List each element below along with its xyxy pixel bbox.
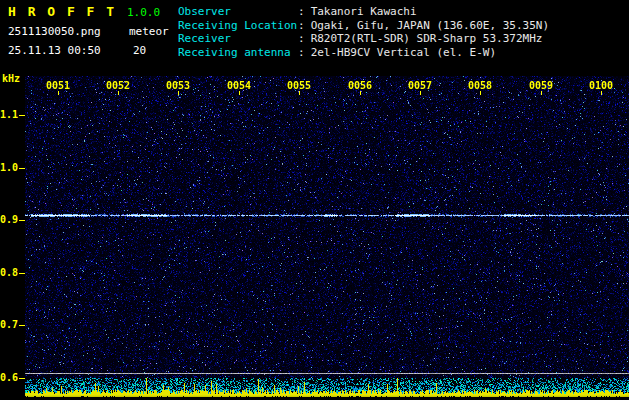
time-tick-mark — [480, 91, 481, 95]
info-label: Receiving antenna — [178, 46, 298, 60]
time-tick-label: 0054 — [225, 80, 253, 91]
info-label: Observer — [178, 5, 298, 19]
echo-count: 20 — [133, 44, 146, 57]
freq-tick-label: 0.6 — [0, 372, 18, 383]
time-tick-mark — [541, 91, 542, 95]
time-tick-label: 0058 — [466, 80, 494, 91]
freq-tick-mark — [19, 220, 25, 221]
info-separator: : — [298, 46, 305, 59]
app-version: 1.0.0 — [127, 6, 160, 19]
info-value: Takanori Kawachi — [311, 5, 417, 18]
freq-tick-label: 0.7 — [0, 319, 18, 330]
time-tick-label: 0100 — [587, 80, 615, 91]
time-tick-mark — [420, 91, 421, 95]
info-value: Ogaki, Gifu, JAPAN (136.60E, 35.35N) — [311, 19, 549, 32]
time-tick-mark — [360, 91, 361, 95]
time-tick-label: 0057 — [406, 80, 434, 91]
time-tick-label: 0056 — [346, 80, 374, 91]
y-axis-unit-label: kHz — [2, 73, 20, 84]
freq-tick-label: 0.8 — [0, 267, 18, 278]
freq-tick-label: 0.9 — [0, 214, 18, 225]
info-row-receiver: Receiver:R820T2(RTL-SDR) SDR-Sharp 53.37… — [178, 32, 549, 46]
time-tick-label: 0055 — [285, 80, 313, 91]
freq-tick-mark — [19, 168, 25, 169]
header-info: Observer:Takanori Kawachi Receiving Loca… — [178, 5, 549, 59]
time-tick-mark — [601, 91, 602, 95]
info-row-location: Receiving Location:Ogaki, Gifu, JAPAN (1… — [178, 19, 549, 33]
info-row-observer: Observer:Takanori Kawachi — [178, 5, 549, 19]
hrofft-screen: H R O F F T 1.0.0 2511130050.png meteor … — [0, 0, 629, 400]
freq-tick-mark — [19, 115, 25, 116]
time-tick-mark — [178, 91, 179, 95]
time-tick-mark — [118, 91, 119, 95]
info-value: R820T2(RTL-SDR) SDR-Sharp 53.372MHz — [311, 32, 543, 45]
freq-tick-label: 1.0 — [0, 162, 18, 173]
freq-tick-label: 1.1 — [0, 109, 18, 120]
info-separator: : — [298, 19, 305, 32]
spectrogram-canvas — [25, 76, 629, 397]
info-label: Receiver — [178, 32, 298, 46]
freq-tick-mark — [19, 378, 25, 379]
output-filename: 2511130050.png — [8, 25, 101, 38]
info-value: 2el-HB9CV Vertical (el. E-W) — [311, 46, 496, 59]
time-tick-mark — [239, 91, 240, 95]
datetime-label: 25.11.13 00:50 — [8, 44, 101, 57]
time-tick-mark — [58, 91, 59, 95]
info-separator: : — [298, 32, 305, 45]
time-tick-label: 0053 — [164, 80, 192, 91]
mode-label: meteor — [129, 25, 169, 38]
freq-tick-mark — [19, 273, 25, 274]
time-tick-label: 0059 — [527, 80, 555, 91]
time-tick-label: 0051 — [44, 80, 72, 91]
info-row-antenna: Receiving antenna:2el-HB9CV Vertical (el… — [178, 46, 549, 60]
freq-tick-mark — [19, 325, 25, 326]
time-tick-mark — [299, 91, 300, 95]
time-tick-label: 0052 — [104, 80, 132, 91]
info-label: Receiving Location — [178, 19, 298, 33]
info-separator: : — [298, 5, 305, 18]
app-title: H R O F F T — [8, 4, 116, 19]
